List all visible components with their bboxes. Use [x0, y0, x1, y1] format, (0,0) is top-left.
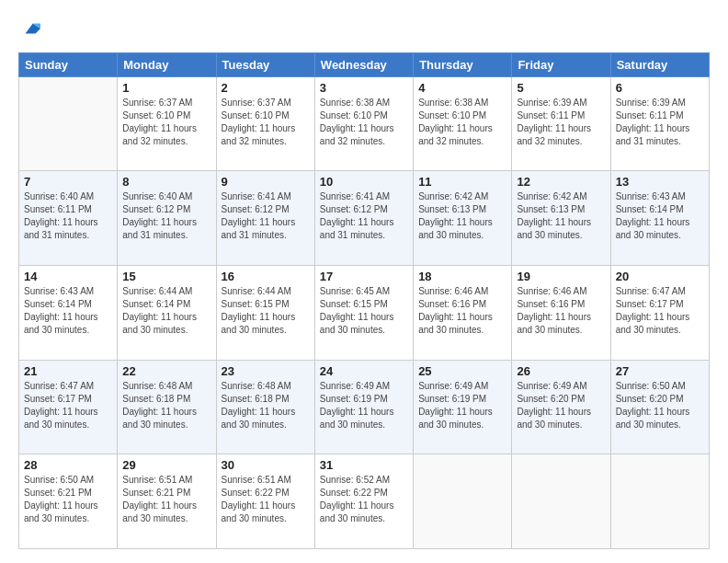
day-number: 2	[222, 81, 310, 95]
calendar-header-row: SundayMondayTuesdayWednesdayThursdayFrid…	[19, 52, 710, 76]
day-info: Sunrise: 6:47 AM Sunset: 6:17 PM Dayligh…	[24, 380, 112, 431]
calendar-cell: 30Sunrise: 6:51 AM Sunset: 6:22 PM Dayli…	[216, 454, 314, 549]
day-number: 11	[418, 175, 506, 189]
day-number: 7	[24, 175, 112, 189]
day-info: Sunrise: 6:39 AM Sunset: 6:11 PM Dayligh…	[517, 97, 605, 148]
day-info: Sunrise: 6:49 AM Sunset: 6:19 PM Dayligh…	[418, 380, 506, 431]
day-number: 1	[122, 81, 210, 95]
day-number: 30	[222, 458, 310, 472]
day-header-friday: Friday	[512, 52, 610, 76]
calendar-cell: 26Sunrise: 6:49 AM Sunset: 6:20 PM Dayli…	[512, 360, 610, 454]
calendar-week-5: 28Sunrise: 6:50 AM Sunset: 6:21 PM Dayli…	[19, 454, 710, 549]
day-info: Sunrise: 6:37 AM Sunset: 6:10 PM Dayligh…	[222, 97, 310, 148]
day-number: 10	[320, 175, 408, 189]
calendar-cell: 15Sunrise: 6:44 AM Sunset: 6:14 PM Dayli…	[118, 266, 216, 361]
day-number: 20	[616, 270, 704, 283]
day-info: Sunrise: 6:40 AM Sunset: 6:11 PM Dayligh…	[24, 190, 112, 242]
day-header-thursday: Thursday	[414, 52, 512, 76]
calendar-cell: 3Sunrise: 6:38 AM Sunset: 6:10 PM Daylig…	[314, 76, 413, 171]
calendar-cell: 16Sunrise: 6:44 AM Sunset: 6:15 PM Dayli…	[216, 266, 314, 361]
calendar-cell: 12Sunrise: 6:42 AM Sunset: 6:13 PM Dayli…	[512, 171, 610, 266]
calendar-week-2: 7Sunrise: 6:40 AM Sunset: 6:11 PM Daylig…	[19, 171, 710, 266]
day-info: Sunrise: 6:42 AM Sunset: 6:13 PM Dayligh…	[517, 190, 605, 242]
page: SundayMondayTuesdayWednesdayThursdayFrid…	[0, 0, 728, 563]
logo	[18, 18, 40, 43]
day-info: Sunrise: 6:44 AM Sunset: 6:15 PM Dayligh…	[222, 285, 310, 337]
calendar-cell	[512, 454, 610, 549]
calendar-cell: 23Sunrise: 6:48 AM Sunset: 6:18 PM Dayli…	[216, 360, 314, 454]
calendar-cell: 11Sunrise: 6:42 AM Sunset: 6:13 PM Dayli…	[414, 171, 512, 266]
calendar-cell: 6Sunrise: 6:39 AM Sunset: 6:11 PM Daylig…	[610, 76, 709, 171]
day-info: Sunrise: 6:44 AM Sunset: 6:14 PM Dayligh…	[122, 285, 210, 337]
day-header-monday: Monday	[118, 52, 216, 76]
day-number: 23	[222, 364, 310, 378]
calendar-cell: 19Sunrise: 6:46 AM Sunset: 6:16 PM Dayli…	[512, 266, 610, 361]
day-number: 14	[24, 270, 112, 283]
day-number: 5	[517, 81, 605, 95]
day-number: 27	[616, 364, 704, 378]
calendar-cell	[610, 454, 709, 549]
calendar-cell: 22Sunrise: 6:48 AM Sunset: 6:18 PM Dayli…	[118, 360, 216, 454]
calendar-week-3: 14Sunrise: 6:43 AM Sunset: 6:14 PM Dayli…	[19, 266, 710, 361]
day-number: 9	[222, 175, 310, 189]
day-header-wednesday: Wednesday	[314, 52, 413, 76]
day-info: Sunrise: 6:43 AM Sunset: 6:14 PM Dayligh…	[616, 190, 704, 242]
day-info: Sunrise: 6:40 AM Sunset: 6:12 PM Dayligh…	[122, 190, 210, 242]
day-info: Sunrise: 6:43 AM Sunset: 6:14 PM Dayligh…	[24, 285, 112, 337]
day-info: Sunrise: 6:51 AM Sunset: 6:21 PM Dayligh…	[122, 474, 210, 525]
day-info: Sunrise: 6:46 AM Sunset: 6:16 PM Dayligh…	[517, 285, 605, 337]
calendar-week-1: 1Sunrise: 6:37 AM Sunset: 6:10 PM Daylig…	[19, 76, 710, 171]
day-info: Sunrise: 6:49 AM Sunset: 6:20 PM Dayligh…	[517, 380, 605, 431]
header	[18, 18, 710, 43]
calendar-cell: 31Sunrise: 6:52 AM Sunset: 6:22 PM Dayli…	[314, 454, 413, 549]
day-number: 29	[122, 458, 210, 472]
day-number: 4	[418, 81, 506, 95]
day-number: 21	[24, 364, 112, 378]
calendar-cell: 24Sunrise: 6:49 AM Sunset: 6:19 PM Dayli…	[314, 360, 413, 454]
calendar-cell: 7Sunrise: 6:40 AM Sunset: 6:11 PM Daylig…	[19, 171, 118, 266]
day-number: 8	[122, 175, 210, 189]
day-number: 3	[320, 81, 408, 95]
calendar-cell: 18Sunrise: 6:46 AM Sunset: 6:16 PM Dayli…	[414, 266, 512, 361]
day-number: 24	[320, 364, 408, 378]
calendar-table: SundayMondayTuesdayWednesdayThursdayFrid…	[18, 52, 710, 549]
day-info: Sunrise: 6:47 AM Sunset: 6:17 PM Dayligh…	[616, 285, 704, 337]
calendar-cell: 27Sunrise: 6:50 AM Sunset: 6:20 PM Dayli…	[610, 360, 709, 454]
day-info: Sunrise: 6:41 AM Sunset: 6:12 PM Dayligh…	[320, 190, 408, 242]
calendar-cell: 8Sunrise: 6:40 AM Sunset: 6:12 PM Daylig…	[118, 171, 216, 266]
day-info: Sunrise: 6:41 AM Sunset: 6:12 PM Dayligh…	[222, 190, 310, 242]
day-number: 18	[418, 270, 506, 283]
calendar-cell: 14Sunrise: 6:43 AM Sunset: 6:14 PM Dayli…	[19, 266, 118, 361]
day-info: Sunrise: 6:50 AM Sunset: 6:21 PM Dayligh…	[24, 474, 112, 525]
day-number: 6	[616, 81, 704, 95]
calendar-cell: 20Sunrise: 6:47 AM Sunset: 6:17 PM Dayli…	[610, 266, 709, 361]
day-number: 17	[320, 270, 408, 283]
day-header-sunday: Sunday	[19, 52, 118, 76]
day-info: Sunrise: 6:42 AM Sunset: 6:13 PM Dayligh…	[418, 190, 506, 242]
day-info: Sunrise: 6:48 AM Sunset: 6:18 PM Dayligh…	[222, 380, 310, 431]
calendar-cell: 10Sunrise: 6:41 AM Sunset: 6:12 PM Dayli…	[314, 171, 413, 266]
day-info: Sunrise: 6:52 AM Sunset: 6:22 PM Dayligh…	[320, 474, 408, 525]
day-info: Sunrise: 6:39 AM Sunset: 6:11 PM Dayligh…	[616, 97, 704, 148]
day-number: 15	[122, 270, 210, 283]
day-info: Sunrise: 6:48 AM Sunset: 6:18 PM Dayligh…	[122, 380, 210, 431]
day-number: 28	[24, 458, 112, 472]
calendar-cell: 5Sunrise: 6:39 AM Sunset: 6:11 PM Daylig…	[512, 76, 610, 171]
calendar-cell: 29Sunrise: 6:51 AM Sunset: 6:21 PM Dayli…	[118, 454, 216, 549]
day-info: Sunrise: 6:45 AM Sunset: 6:15 PM Dayligh…	[320, 285, 408, 337]
day-number: 12	[517, 175, 605, 189]
calendar-cell	[19, 76, 118, 171]
day-number: 25	[418, 364, 506, 378]
day-header-tuesday: Tuesday	[216, 52, 314, 76]
calendar-cell: 21Sunrise: 6:47 AM Sunset: 6:17 PM Dayli…	[19, 360, 118, 454]
day-info: Sunrise: 6:50 AM Sunset: 6:20 PM Dayligh…	[616, 380, 704, 431]
day-number: 22	[122, 364, 210, 378]
day-info: Sunrise: 6:49 AM Sunset: 6:19 PM Dayligh…	[320, 380, 408, 431]
calendar-cell: 28Sunrise: 6:50 AM Sunset: 6:21 PM Dayli…	[19, 454, 118, 549]
calendar-cell: 2Sunrise: 6:37 AM Sunset: 6:10 PM Daylig…	[216, 76, 314, 171]
logo-icon	[20, 18, 40, 39]
calendar-week-4: 21Sunrise: 6:47 AM Sunset: 6:17 PM Dayli…	[19, 360, 710, 454]
day-info: Sunrise: 6:51 AM Sunset: 6:22 PM Dayligh…	[222, 474, 310, 525]
calendar-cell	[414, 454, 512, 549]
day-info: Sunrise: 6:46 AM Sunset: 6:16 PM Dayligh…	[418, 285, 506, 337]
